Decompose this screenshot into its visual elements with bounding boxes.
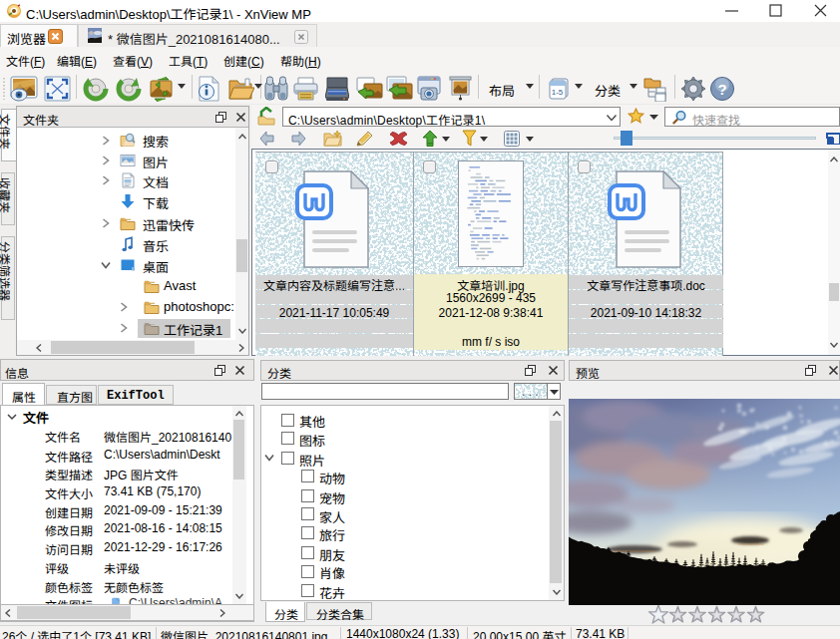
svg-text:1-5: 1-5: [552, 88, 564, 97]
svg-text:?: ?: [717, 81, 726, 98]
